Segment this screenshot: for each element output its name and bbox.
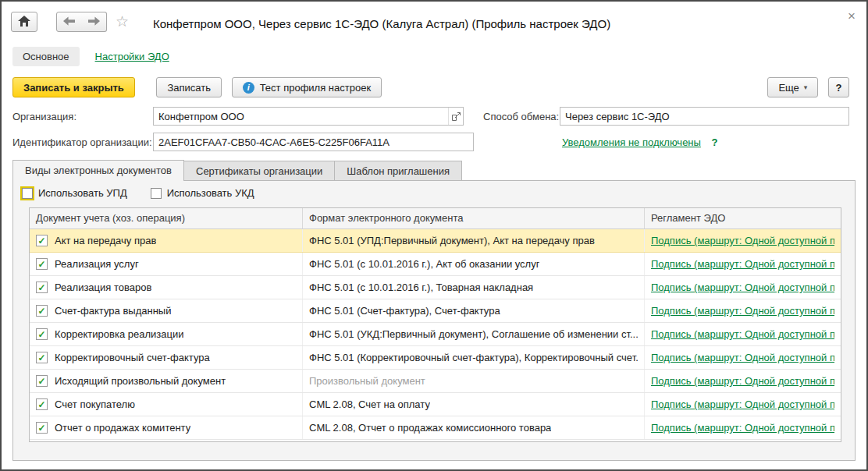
doc-cell: ✓ Корректировка реализации <box>30 323 303 345</box>
check-icon: ✓ <box>37 400 45 409</box>
table-row[interactable]: ✓ Акт на передачу прав ФНС 5.01 (УПД:Пер… <box>30 229 841 253</box>
format-label: ФНС 5.01 (с 10.01.2016 г.), Товарная нак… <box>309 282 533 293</box>
row-checkbox[interactable]: ✓ <box>36 422 48 434</box>
reglament-link[interactable]: Подпись (маршрут: Одной доступной под <box>651 328 834 340</box>
table-row[interactable]: ✓ Счет покупателю CML 2.08, Счет на опла… <box>30 393 841 416</box>
use-ukd-label: Использовать УКД <box>167 187 254 199</box>
doc-cell: ✓ Счет покупателю <box>30 393 303 416</box>
check-icon: ✓ <box>37 330 45 339</box>
row-checkbox[interactable]: ✓ <box>36 398 48 410</box>
table-row[interactable]: ✓ Реализация услуг ФНС 5.01 (с 10.01.201… <box>30 253 841 276</box>
reglament-link[interactable]: Подпись (маршрут: Одной доступной под <box>651 352 834 363</box>
check-icon: ✓ <box>37 283 45 292</box>
doc-label: Реализация услуг <box>55 258 139 270</box>
doc-types-panel: Использовать УПД Использовать УКД Докуме… <box>12 180 856 461</box>
format-label: ФНС 5.01 (с 10.01.2016 г.), Акт об оказа… <box>309 258 539 270</box>
table-row[interactable]: ✓ Счет-фактура выданный ФНС 5.01 (Счет-ф… <box>30 299 841 323</box>
documents-table: Документ учета (хоз. операция) Формат эл… <box>29 207 841 442</box>
row-checkbox[interactable]: ✓ <box>36 375 48 387</box>
row-checkbox[interactable]: ✓ <box>36 305 48 317</box>
row-checkbox[interactable]: ✓ <box>36 282 48 293</box>
exchange-label: Способ обмена: <box>483 111 559 122</box>
table-row[interactable]: ✓ Реализация товаров ФНС 5.01 (с 10.01.2… <box>30 276 841 299</box>
format-cell: ФНС 5.01 (с 10.01.2016 г.), Товарная нак… <box>303 276 645 299</box>
header-doc[interactable]: Документ учета (хоз. операция) <box>30 208 303 228</box>
reglament-cell: Подпись (маршрут: Одной доступной под <box>645 276 841 299</box>
doc-label: Акт на передачу прав <box>55 235 156 246</box>
doc-label: Корректировка реализации <box>55 328 183 340</box>
doc-tabs: Виды электронных документов Сертификаты … <box>12 160 461 181</box>
doc-label: Счет-фактура выданный <box>55 305 171 317</box>
doc-cell: ✓ Реализация товаров <box>30 276 303 299</box>
format-label: CML 2.08, Отчет о продажах комиссионного… <box>309 422 551 434</box>
notifications-help-icon[interactable]: ? <box>712 136 718 148</box>
table-row[interactable]: ✓ Корректировочный счет-фактура ФНС 5.01… <box>30 346 841 370</box>
reglament-cell: Подпись (маршрут: Одной доступной под <box>645 253 841 275</box>
doc-label: Реализация товаров <box>55 282 151 293</box>
test-profile-button[interactable]: i Тест профиля настроек <box>232 77 382 97</box>
favorite-star-icon[interactable]: ☆ <box>116 13 129 30</box>
tab-main[interactable]: Основное <box>12 47 80 66</box>
forward-button[interactable] <box>81 12 107 32</box>
arrow-left-icon <box>63 16 75 28</box>
home-icon <box>18 16 30 29</box>
format-cell: ФНС 5.01 (Корректировочный счет-фактура)… <box>303 346 645 369</box>
row-checkbox[interactable]: ✓ <box>36 352 48 363</box>
table-row[interactable]: ✓ Отчет о продажах комитенту CML 2.08, О… <box>30 416 841 440</box>
help-button[interactable]: ? <box>828 77 849 97</box>
more-button[interactable]: Еще ▾ <box>767 77 818 97</box>
tab-org-certificates[interactable]: Сертификаты организации <box>183 161 335 181</box>
doc-cell: ✓ Счет-фактура выданный <box>30 299 303 322</box>
doc-cell: ✓ Корректировочный счет-фактура <box>30 346 303 369</box>
row-checkbox[interactable]: ✓ <box>36 328 48 340</box>
info-icon: i <box>243 82 254 94</box>
reglament-cell: Подпись (маршрут: Одной доступной под <box>645 393 841 416</box>
header-reglament[interactable]: Регламент ЭДО <box>645 208 841 228</box>
notifications-link[interactable]: Уведомления не подключены <box>562 136 701 148</box>
open-org-icon[interactable] <box>448 108 463 125</box>
header-format[interactable]: Формат электронного документа <box>303 208 645 228</box>
exchange-input[interactable] <box>560 108 848 125</box>
tab-invitation-template[interactable]: Шаблон приглашения <box>334 161 462 181</box>
check-icon: ✓ <box>37 423 45 433</box>
close-icon[interactable]: × <box>848 9 856 23</box>
format-label: CML 2.08, Счет на оплату <box>309 398 430 410</box>
tab-doc-types[interactable]: Виды электронных документов <box>12 160 184 181</box>
reglament-link[interactable]: Подпись (маршрут: Одной доступной под <box>651 398 834 410</box>
row-checkbox[interactable]: ✓ <box>36 258 48 270</box>
format-cell: ФНС 5.01 (Счет-фактура), Счет-фактура <box>303 299 645 322</box>
reglament-link[interactable]: Подпись (маршрут: Одной доступной под <box>651 258 834 270</box>
reglament-link[interactable]: Подпись (маршрут: Одной доступной под <box>651 422 834 434</box>
reglament-cell: Подпись (маршрут: Одной доступной под <box>645 370 841 392</box>
reglament-cell: Подпись (маршрут: Одной доступной под <box>645 299 841 322</box>
format-cell: ФНС 5.01 (УПД:Первичный документ), Акт н… <box>303 229 645 252</box>
save-close-button[interactable]: Записать и закрыть <box>12 77 135 97</box>
reglament-link[interactable]: Подпись (маршрут: Одной доступной под <box>651 375 834 387</box>
org-id-input[interactable] <box>154 133 473 151</box>
reglament-cell: Подпись (маршрут: Одной доступной под <box>645 323 841 345</box>
org-label: Организация: <box>12 111 76 122</box>
back-button[interactable] <box>56 12 82 32</box>
reglament-link[interactable]: Подпись (маршрут: Одной доступной под <box>651 235 834 246</box>
org-id-label: Идентификатор организации: <box>12 136 152 148</box>
home-button[interactable] <box>11 12 37 32</box>
org-input[interactable] <box>154 108 448 125</box>
reglament-cell: Подпись (маршрут: Одной доступной под <box>645 229 841 252</box>
reglament-link[interactable]: Подпись (маршрут: Одной доступной под <box>651 305 834 317</box>
row-checkbox[interactable]: ✓ <box>36 235 48 246</box>
use-upd-option: Использовать УПД <box>22 187 127 199</box>
format-label: ФНС 5.01 (Корректировочный счет-фактура)… <box>309 352 638 363</box>
edo-settings-link[interactable]: Настройки ЭДО <box>95 51 169 62</box>
table-row[interactable]: ✓ Исходящий произвольный документ Произв… <box>30 370 841 393</box>
exchange-field <box>560 107 849 126</box>
reglament-link[interactable]: Подпись (маршрут: Одной доступной под <box>651 282 834 293</box>
table-row[interactable]: ✓ Корректировка реализации ФНС 5.01 (УКД… <box>30 323 841 346</box>
format-cell: ФНС 5.01 (с 10.01.2016 г.), Акт об оказа… <box>303 253 645 275</box>
section-nav: Основное Настройки ЭДО <box>12 45 169 67</box>
save-button[interactable]: Записать <box>156 77 222 97</box>
doc-cell: ✓ Исходящий произвольный документ <box>30 370 303 392</box>
use-upd-checkbox[interactable] <box>22 188 33 199</box>
doc-cell: ✓ Реализация услуг <box>30 253 303 275</box>
use-ukd-checkbox[interactable] <box>151 188 162 199</box>
org-field <box>153 107 464 126</box>
